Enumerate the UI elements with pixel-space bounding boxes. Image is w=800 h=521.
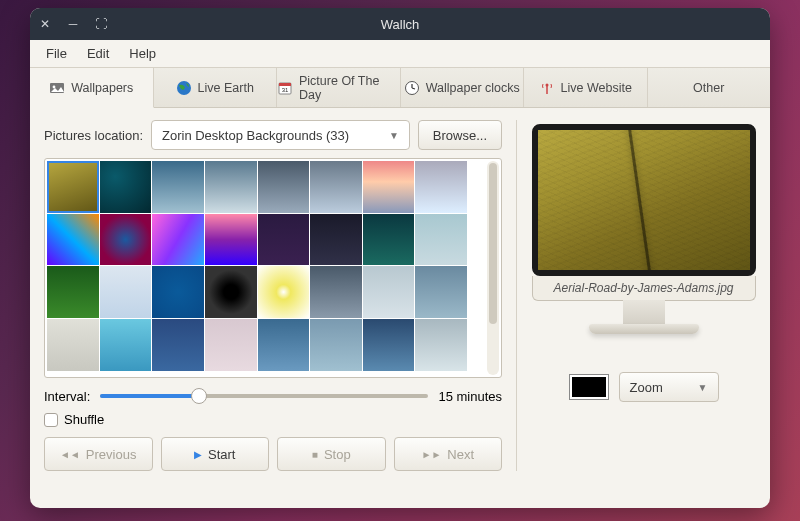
wallpaper-thumbnail[interactable] — [258, 161, 310, 213]
tab-wallpapers[interactable]: Wallpapers — [30, 68, 154, 108]
interval-value: 15 minutes — [438, 389, 502, 404]
wallpaper-thumbnail[interactable] — [310, 161, 362, 213]
wallpaper-thumbnail[interactable] — [258, 214, 310, 266]
scrollbar[interactable] — [487, 161, 499, 375]
location-value: Zorin Desktop Backgrounds (33) — [162, 128, 349, 143]
bg-color-picker[interactable] — [569, 374, 609, 400]
start-label: Start — [208, 447, 235, 462]
app-window: ✕ ─ ⛶ Wallch File Edit Help Wallpapers L… — [30, 8, 770, 508]
tab-live-earth[interactable]: Live Earth — [154, 68, 278, 107]
wallpaper-thumbnail[interactable] — [152, 161, 204, 213]
minimize-icon[interactable]: ─ — [66, 17, 80, 31]
next-icon: ►► — [421, 449, 441, 460]
wallpaper-thumbnail[interactable] — [100, 161, 152, 213]
maximize-icon[interactable]: ⛶ — [94, 17, 108, 31]
antenna-icon — [539, 80, 555, 96]
tab-label: Other — [693, 81, 724, 95]
wallpaper-thumbnail[interactable] — [152, 266, 204, 318]
shuffle-label: Shuffle — [64, 412, 104, 427]
preview-monitor — [532, 124, 756, 276]
monitor-stand — [623, 300, 665, 324]
menu-edit[interactable]: Edit — [77, 42, 119, 65]
titlebar: ✕ ─ ⛶ Wallch — [30, 8, 770, 40]
stop-icon: ■ — [312, 449, 318, 460]
stop-label: Stop — [324, 447, 351, 462]
start-button[interactable]: ▶ Start — [161, 437, 270, 471]
render-mode-select[interactable]: Zoom ▼ — [619, 372, 719, 402]
wallpaper-thumbnail[interactable] — [310, 214, 362, 266]
wallpaper-thumbnail[interactable] — [415, 319, 467, 371]
previous-icon: ◄◄ — [60, 449, 80, 460]
location-select[interactable]: Zorin Desktop Backgrounds (33) ▼ — [151, 120, 410, 150]
tab-label: Live Earth — [198, 81, 254, 95]
wallpaper-thumbnail[interactable] — [363, 214, 415, 266]
wallpaper-thumbnail[interactable] — [258, 319, 310, 371]
content-area: Pictures location: Zorin Desktop Backgro… — [30, 108, 770, 483]
menubar: File Edit Help — [30, 40, 770, 68]
interval-label: Interval: — [44, 389, 90, 404]
tab-label: Wallpapers — [71, 81, 133, 95]
preview-image[interactable] — [538, 130, 750, 270]
menu-file[interactable]: File — [36, 42, 77, 65]
wallpaper-thumbnail[interactable] — [310, 319, 362, 371]
left-panel: Pictures location: Zorin Desktop Backgro… — [44, 120, 502, 471]
svg-text:31: 31 — [282, 87, 289, 93]
wallpaper-thumbnail[interactable] — [205, 161, 257, 213]
preview-filename: Aerial-Road-by-James-Adams.jpg — [532, 276, 756, 301]
close-icon[interactable]: ✕ — [38, 17, 52, 31]
wallpaper-thumbnail[interactable] — [47, 266, 99, 318]
wallpaper-thumbnail[interactable] — [152, 319, 204, 371]
wallpaper-thumbnail[interactable] — [363, 161, 415, 213]
svg-rect-4 — [279, 83, 291, 86]
calendar-icon: 31 — [277, 80, 293, 96]
wallpaper-thumbnail[interactable] — [47, 319, 99, 371]
svg-point-7 — [545, 83, 548, 86]
wallpaper-thumbnail[interactable] — [310, 266, 362, 318]
globe-icon — [176, 80, 192, 96]
wallpaper-thumbnail[interactable] — [205, 266, 257, 318]
next-label: Next — [447, 447, 474, 462]
tab-label: Picture Of The Day — [299, 74, 400, 102]
shuffle-checkbox[interactable] — [44, 413, 58, 427]
stop-button[interactable]: ■ Stop — [277, 437, 386, 471]
location-label: Pictures location: — [44, 128, 143, 143]
svg-point-1 — [53, 85, 56, 88]
tab-label: Live Website — [561, 81, 632, 95]
play-icon: ▶ — [194, 449, 202, 460]
monitor-base — [589, 324, 699, 334]
chevron-down-icon: ▼ — [698, 382, 708, 393]
window-title: Wallch — [30, 17, 770, 32]
wallpaper-thumbnail[interactable] — [415, 266, 467, 318]
wallpaper-thumbnail[interactable] — [100, 266, 152, 318]
wallpaper-thumbnail[interactable] — [415, 214, 467, 266]
tab-other[interactable]: Other — [648, 68, 771, 107]
previous-button[interactable]: ◄◄ Previous — [44, 437, 153, 471]
wallpaper-thumbnail[interactable] — [363, 319, 415, 371]
wallpaper-thumbnail[interactable] — [205, 319, 257, 371]
wallpaper-thumbnail[interactable] — [100, 214, 152, 266]
browse-label: Browse... — [433, 128, 487, 143]
thumbnail-grid — [45, 159, 469, 373]
thumbnail-area — [44, 158, 502, 378]
preview-panel: Aerial-Road-by-James-Adams.jpg Zoom ▼ — [516, 120, 756, 471]
wallpaper-thumbnail[interactable] — [47, 214, 99, 266]
tab-label: Wallpaper clocks — [426, 81, 520, 95]
wallpaper-thumbnail[interactable] — [258, 266, 310, 318]
browse-button[interactable]: Browse... — [418, 120, 502, 150]
wallpaper-thumbnail[interactable] — [100, 319, 152, 371]
menu-help[interactable]: Help — [119, 42, 166, 65]
wallpaper-thumbnail[interactable] — [205, 214, 257, 266]
render-mode-value: Zoom — [630, 380, 663, 395]
tab-clocks[interactable]: Wallpaper clocks — [401, 68, 525, 107]
tab-potd[interactable]: 31 Picture Of The Day — [277, 68, 401, 107]
wallpaper-thumbnail[interactable] — [47, 161, 99, 213]
wallpaper-thumbnail[interactable] — [363, 266, 415, 318]
interval-slider[interactable] — [100, 386, 428, 406]
next-button[interactable]: ►► Next — [394, 437, 503, 471]
previous-label: Previous — [86, 447, 137, 462]
wallpaper-thumbnail[interactable] — [415, 161, 467, 213]
clock-icon — [404, 80, 420, 96]
tab-live-website[interactable]: Live Website — [524, 68, 648, 107]
chevron-down-icon: ▼ — [389, 130, 399, 141]
wallpaper-thumbnail[interactable] — [152, 214, 204, 266]
